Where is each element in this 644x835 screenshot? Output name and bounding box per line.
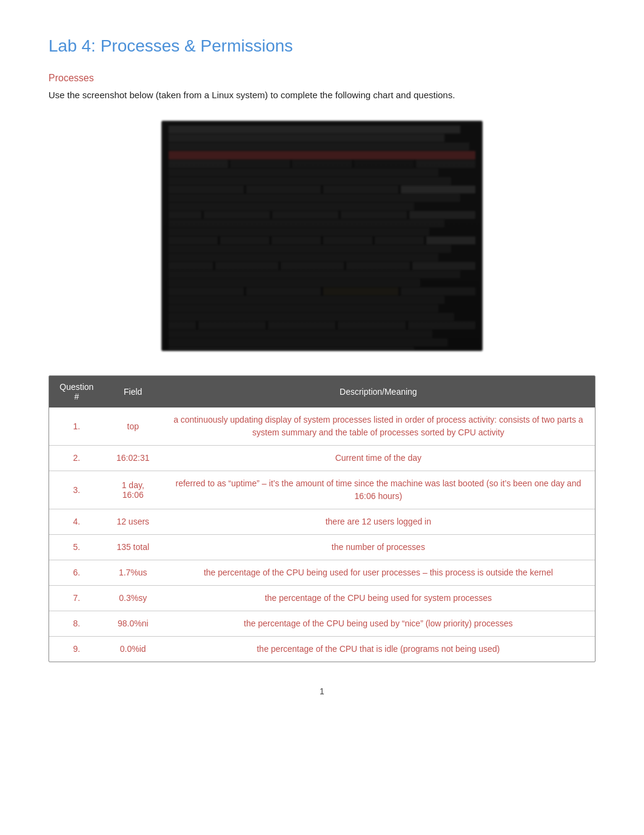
cell-question-num: 9. [49,636,104,662]
cell-question-num: 5. [49,534,104,560]
cell-question-num: 8. [49,611,104,636]
table-header-row: Question # Field Description/Meaning [49,376,595,407]
cell-description: there are 12 users logged in [162,509,595,534]
col-header-description: Description/Meaning [162,376,595,407]
screenshot-container [49,121,595,351]
table-row: 5.135 totalthe number of processes [49,534,595,560]
cell-description: referred to as “uptime” – it’s the amoun… [162,471,595,509]
cell-description: a continuously updating display of syste… [162,407,595,446]
cell-field: 0.0%id [104,636,162,662]
cell-field: 1.7%us [104,560,162,585]
cell-field: 135 total [104,534,162,560]
cell-field: 12 users [104,509,162,534]
col-header-field: Field [104,376,162,407]
cell-question-num: 2. [49,445,104,471]
cell-question-num: 6. [49,560,104,585]
table-row: 9.0.0%idthe percentage of the CPU that i… [49,636,595,662]
cell-description: the percentage of the CPU that is idle (… [162,636,595,662]
terminal-screenshot [161,121,483,351]
table-row: 7.0.3%sythe percentage of the CPU being … [49,585,595,611]
data-table: Question # Field Description/Meaning 1.t… [49,376,595,662]
cell-field: 0.3%sy [104,585,162,611]
cell-question-num: 1. [49,407,104,446]
intro-text: Use the screenshot below (taken from a L… [49,89,595,102]
data-table-wrapper: Question # Field Description/Meaning 1.t… [49,375,595,662]
cell-question-num: 7. [49,585,104,611]
cell-description: the percentage of the CPU being used for… [162,560,595,585]
cell-field: 16:02:31 [104,445,162,471]
table-row: 4.12 usersthere are 12 users logged in [49,509,595,534]
cell-field: top [104,407,162,446]
terminal-inner [163,122,481,350]
table-row: 3.1 day, 16:06referred to as “uptime” – … [49,471,595,509]
cell-description: the percentage of the CPU being used by … [162,611,595,636]
cell-question-num: 3. [49,471,104,509]
section-title: Processes [49,73,595,84]
table-row: 8.98.0%nithe percentage of the CPU being… [49,611,595,636]
cell-field: 1 day, 16:06 [104,471,162,509]
page-number: 1 [49,686,595,696]
cell-field: 98.0%ni [104,611,162,636]
table-row: 2.16:02:31Current time of the day [49,445,595,471]
cell-description: the percentage of the CPU being used for… [162,585,595,611]
cell-description: the number of processes [162,534,595,560]
table-row: 1.topa continuously updating display of … [49,407,595,446]
cell-description: Current time of the day [162,445,595,471]
cell-question-num: 4. [49,509,104,534]
page-title: Lab 4: Processes & Permissions [49,36,595,56]
col-header-question: Question # [49,376,104,407]
table-row: 6.1.7%usthe percentage of the CPU being … [49,560,595,585]
